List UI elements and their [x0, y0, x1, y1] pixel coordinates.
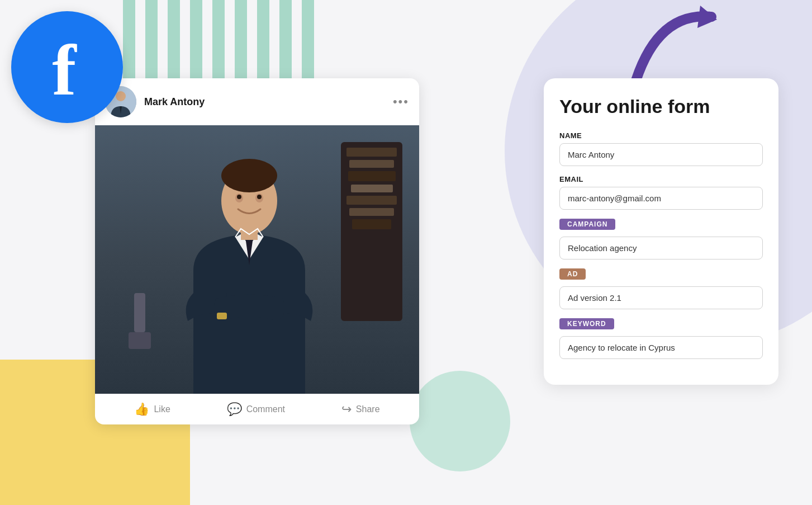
facebook-logo: f: [11, 11, 123, 123]
svg-point-5: [221, 159, 277, 192]
email-input[interactable]: [559, 187, 763, 210]
share-icon: ↪: [341, 402, 352, 417]
facebook-post-card: Mark Antony •••: [95, 78, 419, 424]
like-label: Like: [154, 404, 170, 414]
form-title: Your online form: [559, 95, 763, 118]
mint-circle-bg: [410, 371, 510, 471]
fb-share-button[interactable]: ↪ Share: [341, 402, 380, 417]
svg-point-2: [116, 91, 126, 101]
form-field-name: NAME: [559, 131, 763, 166]
form-field-ad: AD: [559, 268, 763, 309]
fb-post-image: [95, 125, 419, 394]
fb-username: Mark Antony: [144, 96, 205, 108]
business-man-figure: [171, 148, 327, 394]
online-form-card: Your online form NAME EMAIL CAMPAIGN AD …: [544, 78, 778, 385]
keyword-input[interactable]: [559, 336, 763, 359]
name-field-label: NAME: [559, 131, 763, 140]
fb-comment-button[interactable]: 💬 Comment: [227, 402, 285, 417]
comment-icon: 💬: [227, 402, 242, 417]
fb-more-options[interactable]: •••: [393, 95, 409, 109]
svg-point-8: [237, 195, 241, 199]
keyword-badge-label: KEYWORD: [559, 318, 614, 329]
svg-rect-3: [217, 313, 227, 319]
bookshelf: [341, 142, 402, 321]
form-field-email: EMAIL: [559, 175, 763, 210]
desk-lamp: [129, 293, 151, 349]
campaign-input[interactable]: [559, 237, 763, 259]
ad-input[interactable]: [559, 286, 763, 309]
fb-like-button[interactable]: 👍 Like: [134, 402, 170, 417]
facebook-f-letter: f: [52, 34, 76, 106]
ad-badge-label: AD: [559, 268, 586, 280]
fb-user-info: Mark Antony: [105, 86, 205, 117]
comment-label: Comment: [246, 404, 285, 414]
email-field-label: EMAIL: [559, 175, 763, 183]
fb-card-actions: 👍 Like 💬 Comment ↪ Share: [95, 394, 419, 424]
like-icon: 👍: [134, 402, 149, 417]
fb-card-header: Mark Antony •••: [95, 78, 419, 125]
form-field-campaign: CAMPAIGN: [559, 219, 763, 259]
svg-point-9: [257, 195, 262, 199]
share-label: Share: [356, 404, 380, 414]
name-input[interactable]: [559, 143, 763, 166]
form-field-keyword: KEYWORD: [559, 318, 763, 359]
campaign-badge-label: CAMPAIGN: [559, 219, 615, 230]
